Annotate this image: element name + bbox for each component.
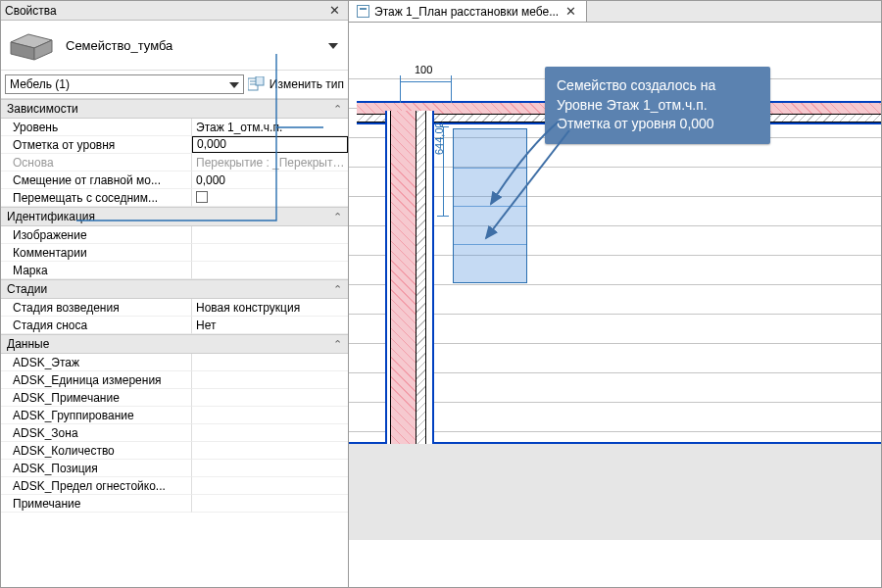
section-identity[interactable]: Идентификация ⌃ <box>1 207 348 226</box>
prop-label: ADSK_Количество <box>1 442 192 460</box>
drawing-area[interactable]: 100 644,02 Семейство создалось на Уровне… <box>349 23 881 587</box>
prop-label: ADSK_Этаж <box>1 354 192 371</box>
prop-value[interactable] <box>192 424 348 442</box>
prop-label: Смещение от главной мо... <box>1 172 192 189</box>
prop-label: ADSK_Примечание <box>1 389 192 407</box>
wall-layer <box>426 111 434 444</box>
prop-value[interactable]: 0,000 <box>192 172 348 189</box>
edit-type-button[interactable]: Изменить тип <box>248 76 344 92</box>
svg-rect-8 <box>256 76 264 85</box>
selected-cabinet[interactable] <box>453 128 527 283</box>
section-data[interactable]: Данные ⌃ <box>1 334 348 354</box>
prop-value[interactable] <box>192 244 348 262</box>
prop-label: Перемещать с соседним... <box>1 189 192 207</box>
prop-value[interactable] <box>192 477 348 495</box>
family-type-selector[interactable]: Семейство_тумба <box>1 21 348 71</box>
prop-value[interactable]: Нет <box>192 317 348 334</box>
section-constraints[interactable]: Зависимости ⌃ <box>1 99 348 119</box>
collapse-icon: ⌃ <box>333 103 342 116</box>
prop-value-focused[interactable]: 0,000 <box>192 136 348 153</box>
prop-label: Марка <box>1 262 192 279</box>
ground-hatch <box>349 442 881 540</box>
annotation-callout: Семейство создалось на Уровне Этаж 1_отм… <box>545 67 770 144</box>
prop-label: Стадия сноса <box>1 317 192 334</box>
view-tabbar: Этаж 1_План расстановки мебе... ✕ <box>349 1 881 23</box>
panel-header: Свойства ✕ <box>1 1 348 21</box>
type-row: Мебель (1) Изменить тип <box>1 71 348 99</box>
prop-label: Уровень <box>1 119 192 136</box>
prop-label: ADSK_Позиция <box>1 460 192 477</box>
panel-close-icon[interactable]: ✕ <box>325 3 344 18</box>
prop-value: Перекрытие : _Перекрыти... <box>192 154 348 172</box>
prop-value[interactable] <box>192 189 348 207</box>
collapse-icon: ⌃ <box>333 338 342 351</box>
svg-marker-4 <box>229 82 239 88</box>
prop-value[interactable] <box>192 371 348 389</box>
prop-label: Примечание <box>1 495 192 513</box>
prop-label: ADSK_Единица измерения <box>1 371 192 389</box>
family-thumbnail-icon <box>7 28 56 62</box>
dimension-line <box>400 81 451 95</box>
properties-panel: Свойства ✕ Семейство_тумба Мебель (1) <box>1 1 349 587</box>
prop-value[interactable] <box>192 262 348 279</box>
prop-value[interactable] <box>192 389 348 407</box>
prop-label: ADSK_Предел огнестойко... <box>1 477 192 495</box>
prop-label: Изображение <box>1 226 192 244</box>
prop-label: ADSK_Зона <box>1 424 192 442</box>
prop-label: Комментарии <box>1 244 192 262</box>
prop-label: Стадия возведения <box>1 299 192 317</box>
panel-title: Свойства <box>5 4 325 18</box>
chevron-down-icon <box>229 77 239 91</box>
wall-layer <box>391 111 416 444</box>
edit-type-label: Изменить тип <box>270 77 344 91</box>
collapse-icon: ⌃ <box>333 283 342 296</box>
prop-label: Основа <box>1 154 192 172</box>
type-dropdown-value: Мебель (1) <box>10 77 70 91</box>
prop-value[interactable]: Этаж 1_отм.ч.п. <box>192 119 348 136</box>
prop-value[interactable] <box>192 354 348 371</box>
prop-value[interactable] <box>192 442 348 460</box>
family-name: Семейство_тумба <box>66 38 172 53</box>
prop-value[interactable] <box>192 226 348 244</box>
property-grid: Зависимости ⌃ УровеньЭтаж 1_отм.ч.п. Отм… <box>1 99 348 587</box>
chevron-down-icon[interactable] <box>328 38 338 52</box>
prop-value[interactable] <box>192 407 348 424</box>
view-canvas[interactable]: Этаж 1_План расстановки мебе... ✕ 100 64… <box>349 1 881 587</box>
type-dropdown[interactable]: Мебель (1) <box>5 74 244 94</box>
edit-type-icon <box>248 76 266 92</box>
wall-layer <box>416 111 426 444</box>
prop-label: Отметка от уровня <box>1 136 192 154</box>
view-tab-title: Этаж 1_План расстановки мебе... <box>374 5 559 19</box>
document-icon <box>357 5 369 18</box>
prop-label: ADSK_Группирование <box>1 407 192 424</box>
prop-value[interactable] <box>192 460 348 477</box>
view-tab[interactable]: Этаж 1_План расстановки мебе... ✕ <box>349 1 587 22</box>
prop-value[interactable] <box>192 495 348 513</box>
tab-close-icon[interactable]: ✕ <box>564 4 578 19</box>
section-phasing[interactable]: Стадии ⌃ <box>1 279 348 299</box>
prop-value[interactable]: Новая конструкция <box>192 299 348 317</box>
checkbox-icon <box>196 191 208 203</box>
collapse-icon: ⌃ <box>333 211 342 223</box>
dimension-text[interactable]: 644,02 <box>433 122 445 155</box>
dimension-text[interactable]: 100 <box>415 64 432 75</box>
svg-marker-3 <box>328 43 338 49</box>
